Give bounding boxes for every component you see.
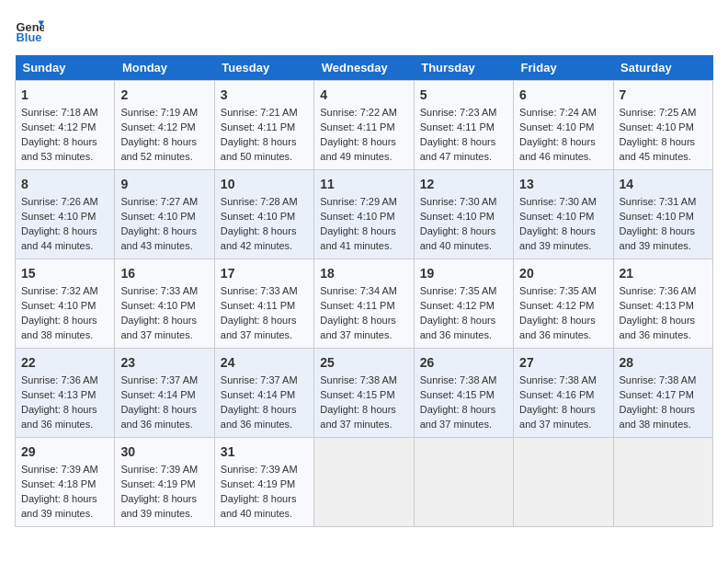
calendar-cell: 8Sunrise: 7:26 AMSunset: 4:10 PMDaylight… [16, 170, 115, 259]
calendar-cell: 15Sunrise: 7:32 AMSunset: 4:10 PMDayligh… [16, 259, 115, 349]
day-number: 19 [420, 264, 507, 282]
calendar-cell: 13Sunrise: 7:30 AMSunset: 4:10 PMDayligh… [514, 170, 613, 259]
calendar-cell: 26Sunrise: 7:38 AMSunset: 4:15 PMDayligh… [414, 349, 513, 438]
calendar-cell: 17Sunrise: 7:33 AMSunset: 4:11 PMDayligh… [214, 259, 313, 349]
calendar-cell [314, 438, 414, 527]
calendar-cell [613, 438, 712, 527]
calendar-cell: 18Sunrise: 7:34 AMSunset: 4:11 PMDayligh… [314, 259, 414, 349]
sunrise: Sunrise: 7:29 AM [320, 196, 397, 207]
calendar-cell: 29Sunrise: 7:39 AMSunset: 4:18 PMDayligh… [16, 438, 115, 527]
calendar-cell: 30Sunrise: 7:39 AMSunset: 4:19 PMDayligh… [115, 438, 214, 527]
day-number: 29 [21, 442, 108, 461]
daylight: Daylight: 8 hours and 46 minutes. [519, 136, 596, 162]
daylight: Daylight: 8 hours and 42 minutes. [221, 225, 297, 251]
sunset: Sunset: 4:12 PM [519, 300, 594, 311]
sunrise: Sunrise: 7:39 AM [221, 464, 298, 475]
day-number: 21 [620, 264, 707, 282]
sunrise: Sunrise: 7:38 AM [320, 374, 397, 385]
calendar-cell: 14Sunrise: 7:31 AMSunset: 4:10 PMDayligh… [613, 170, 712, 259]
daylight: Daylight: 8 hours and 45 minutes. [620, 136, 696, 162]
daylight: Daylight: 8 hours and 36 minutes. [420, 315, 496, 340]
calendar-cell: 6Sunrise: 7:24 AMSunset: 4:10 PMDaylight… [514, 81, 613, 170]
day-number: 10 [221, 175, 308, 193]
calendar-table: SundayMondayTuesdayWednesdayThursdayFrid… [15, 55, 713, 527]
daylight: Daylight: 8 hours and 50 minutes. [221, 136, 297, 162]
sunset: Sunset: 4:11 PM [221, 121, 295, 132]
day-number: 22 [21, 353, 108, 372]
daylight: Daylight: 8 hours and 38 minutes. [620, 404, 696, 430]
day-number: 25 [320, 353, 407, 372]
sunset: Sunset: 4:15 PM [420, 389, 495, 400]
sunrise: Sunrise: 7:38 AM [519, 374, 597, 385]
calendar-week-5: 29Sunrise: 7:39 AMSunset: 4:18 PMDayligh… [16, 438, 713, 527]
sunset: Sunset: 4:10 PM [620, 211, 694, 222]
sunset: Sunset: 4:11 PM [420, 121, 495, 132]
calendar-cell: 1Sunrise: 7:18 AMSunset: 4:12 PMDaylight… [16, 81, 115, 170]
calendar-cell: 2Sunrise: 7:19 AMSunset: 4:12 PMDaylight… [115, 81, 214, 170]
calendar-cell: 9Sunrise: 7:27 AMSunset: 4:10 PMDaylight… [115, 170, 214, 259]
daylight: Daylight: 8 hours and 52 minutes. [120, 136, 197, 162]
sunrise: Sunrise: 7:30 AM [420, 196, 497, 207]
sunrise: Sunrise: 7:31 AM [620, 196, 697, 207]
sunset: Sunset: 4:14 PM [221, 389, 295, 400]
calendar-cell: 21Sunrise: 7:36 AMSunset: 4:13 PMDayligh… [613, 259, 712, 349]
sunset: Sunset: 4:19 PM [221, 478, 295, 489]
calendar-cell: 23Sunrise: 7:37 AMSunset: 4:14 PMDayligh… [115, 349, 214, 438]
daylight: Daylight: 8 hours and 47 minutes. [420, 136, 496, 162]
sunset: Sunset: 4:10 PM [21, 300, 96, 311]
sunset: Sunset: 4:11 PM [320, 300, 394, 311]
day-number: 1 [21, 86, 108, 104]
sunrise: Sunrise: 7:21 AM [221, 107, 298, 118]
sunrise: Sunrise: 7:35 AM [519, 285, 597, 296]
day-number: 18 [320, 264, 407, 282]
day-number: 17 [221, 264, 308, 282]
sunrise: Sunrise: 7:38 AM [620, 374, 697, 385]
daylight: Daylight: 8 hours and 39 minutes. [620, 225, 696, 251]
sunrise: Sunrise: 7:36 AM [620, 285, 697, 296]
header-tuesday: Tuesday [214, 55, 313, 81]
sunrise: Sunrise: 7:37 AM [221, 374, 298, 385]
sunrise: Sunrise: 7:33 AM [221, 285, 298, 296]
header-sunday: Sunday [16, 55, 115, 81]
sunset: Sunset: 4:12 PM [420, 300, 495, 311]
calendar-cell: 25Sunrise: 7:38 AMSunset: 4:15 PMDayligh… [314, 349, 414, 438]
calendar-cell: 16Sunrise: 7:33 AMSunset: 4:10 PMDayligh… [115, 259, 214, 349]
sunset: Sunset: 4:11 PM [221, 300, 295, 311]
daylight: Daylight: 8 hours and 39 minutes. [21, 493, 97, 519]
calendar-cell [414, 438, 513, 527]
daylight: Daylight: 8 hours and 39 minutes. [519, 225, 596, 251]
calendar-week-2: 8Sunrise: 7:26 AMSunset: 4:10 PMDaylight… [16, 170, 713, 259]
sunset: Sunset: 4:12 PM [120, 121, 195, 132]
day-number: 2 [120, 86, 208, 104]
calendar-cell: 19Sunrise: 7:35 AMSunset: 4:12 PMDayligh… [414, 259, 513, 349]
sunrise: Sunrise: 7:23 AM [420, 107, 497, 118]
daylight: Daylight: 8 hours and 40 minutes. [420, 225, 496, 251]
header-wednesday: Wednesday [314, 55, 414, 81]
sunrise: Sunrise: 7:39 AM [120, 464, 198, 475]
day-number: 9 [120, 175, 208, 193]
header-saturday: Saturday [613, 55, 712, 81]
logo-icon: General Blue [15, 15, 44, 44]
day-number: 11 [320, 175, 407, 193]
sunset: Sunset: 4:19 PM [120, 478, 195, 489]
daylight: Daylight: 8 hours and 36 minutes. [120, 404, 197, 430]
calendar-cell: 20Sunrise: 7:35 AMSunset: 4:12 PMDayligh… [514, 259, 613, 349]
daylight: Daylight: 8 hours and 44 minutes. [21, 225, 97, 251]
daylight: Daylight: 8 hours and 36 minutes. [21, 404, 97, 430]
sunset: Sunset: 4:10 PM [21, 211, 96, 222]
day-number: 8 [21, 175, 108, 193]
sunset: Sunset: 4:10 PM [420, 211, 495, 222]
sunrise: Sunrise: 7:34 AM [320, 285, 397, 296]
daylight: Daylight: 8 hours and 37 minutes. [320, 315, 396, 340]
daylight: Daylight: 8 hours and 40 minutes. [221, 493, 297, 519]
daylight: Daylight: 8 hours and 37 minutes. [221, 315, 297, 340]
calendar-cell: 11Sunrise: 7:29 AMSunset: 4:10 PMDayligh… [314, 170, 414, 259]
day-number: 30 [120, 442, 208, 461]
daylight: Daylight: 8 hours and 36 minutes. [620, 315, 696, 340]
day-number: 5 [420, 86, 507, 104]
logo: General Blue [15, 15, 48, 44]
header-friday: Friday [514, 55, 613, 81]
calendar-week-1: 1Sunrise: 7:18 AMSunset: 4:12 PMDaylight… [16, 81, 713, 170]
daylight: Daylight: 8 hours and 36 minutes. [519, 315, 596, 340]
day-number: 13 [519, 175, 607, 193]
